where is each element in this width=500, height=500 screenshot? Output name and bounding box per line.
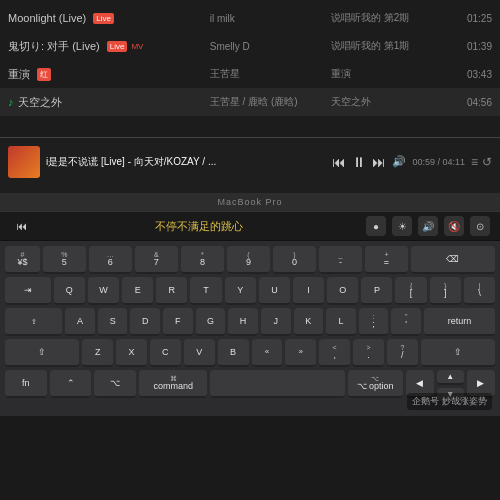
- key-c[interactable]: C: [150, 339, 181, 367]
- key-space[interactable]: [210, 370, 344, 398]
- key-8[interactable]: *8: [181, 246, 224, 274]
- key-minus[interactable]: _-: [319, 246, 362, 274]
- key-y[interactable]: Y: [225, 277, 256, 305]
- key-b[interactable]: B: [218, 339, 249, 367]
- song-album-1: 说唱听我的 第2期: [331, 11, 452, 25]
- song-artist-1: il milk: [210, 13, 331, 24]
- key-9[interactable]: (9: [227, 246, 270, 274]
- key-delete[interactable]: ⌫: [411, 246, 495, 274]
- key-k[interactable]: K: [294, 308, 324, 336]
- key-j[interactable]: J: [261, 308, 291, 336]
- key-shift-left[interactable]: ⇧: [5, 339, 79, 367]
- key-g[interactable]: G: [196, 308, 226, 336]
- key-0[interactable]: )0: [273, 246, 316, 274]
- next-button[interactable]: ⏭: [372, 154, 386, 170]
- key-fn[interactable]: fn: [5, 370, 47, 398]
- key-z[interactable]: Z: [82, 339, 113, 367]
- key-hash[interactable]: #¥$: [5, 246, 40, 274]
- song-album-2: 说唱听我的 第1期: [331, 39, 452, 53]
- mv-icon: MV: [131, 42, 143, 51]
- key-cmd-left[interactable]: ⌘ command: [139, 370, 207, 398]
- key-h[interactable]: H: [228, 308, 258, 336]
- key-u[interactable]: U: [259, 277, 290, 305]
- number-row: #¥$ %5 …6 &7 *8 (9 )0 _- += ⌫: [5, 246, 495, 274]
- extra-controls: ≡ ↺: [471, 155, 492, 169]
- now-playing-bar: i是是不说谎 [Live] - 向天对/KOZAY / ... ⏮ ⏸ ⏭ 🔊 …: [0, 137, 500, 185]
- key-l[interactable]: L: [326, 308, 356, 336]
- song-album-3: 重演: [331, 67, 452, 81]
- list-icon[interactable]: ≡: [471, 155, 478, 169]
- prev-button[interactable]: ⏮: [332, 154, 346, 170]
- now-playing-title: i是是不说谎 [Live] - 向天对/KOZAY / ...: [46, 155, 326, 169]
- key-option[interactable]: ⌥ ⌥ option: [348, 370, 403, 398]
- key-backslash[interactable]: |\: [464, 277, 495, 305]
- key-o[interactable]: O: [327, 277, 358, 305]
- key-s[interactable]: S: [98, 308, 128, 336]
- red-badge: 红: [37, 68, 51, 81]
- repeat-icon[interactable]: ↺: [482, 155, 492, 169]
- key-caps[interactable]: ⇪: [5, 308, 62, 336]
- asdf-row: ⇪ A S D F G H J K L :; "' return: [5, 308, 495, 336]
- tb-camera-icon[interactable]: ⊙: [470, 216, 490, 236]
- key-i[interactable]: I: [293, 277, 324, 305]
- key-quote[interactable]: "': [391, 308, 421, 336]
- key-5[interactable]: %5: [43, 246, 86, 274]
- key-alt-left[interactable]: ⌥: [94, 370, 136, 398]
- key-return[interactable]: return: [424, 308, 495, 336]
- song-title-3: 重演 红: [8, 67, 210, 82]
- tb-song-text: 不停不满足的跳心: [40, 219, 358, 234]
- touch-bar: ⏮ 不停不满足的跳心 ● ☀ 🔊 🔇 ⊙: [0, 211, 500, 241]
- key-t[interactable]: T: [190, 277, 221, 305]
- tb-brightness-icon[interactable]: ☀: [392, 216, 412, 236]
- song-row-3[interactable]: 重演 红 王苦星 重演 03:43: [0, 60, 500, 88]
- key-arrow-up[interactable]: ▲: [437, 370, 463, 385]
- song-row-4[interactable]: ♪ 天空之外 王苦星 / 鹿晗 (鹿晗) 天空之外 04:56: [0, 88, 500, 116]
- key-equals[interactable]: +=: [365, 246, 408, 274]
- tb-siri-icon[interactable]: ●: [366, 216, 386, 236]
- key-p[interactable]: P: [361, 277, 392, 305]
- live-badge-1: Live: [93, 13, 114, 24]
- key-semicolon[interactable]: :;: [359, 308, 389, 336]
- key-tab[interactable]: ⇥: [5, 277, 51, 305]
- key-rbracket[interactable]: }]: [430, 277, 461, 305]
- volume-icon: 🔊: [392, 155, 406, 168]
- tb-volume-icon[interactable]: 🔊: [418, 216, 438, 236]
- macbook-label: MacBook Pro: [0, 193, 500, 211]
- key-r[interactable]: R: [156, 277, 187, 305]
- song-artist-3: 王苦星: [210, 67, 331, 81]
- song-row-2[interactable]: 鬼切り: 对手 (Live) Live MV Smelly D 说唱听我的 第1…: [0, 32, 500, 60]
- key-6[interactable]: …6: [89, 246, 132, 274]
- screen: Moonlight (Live) Live il milk 说唱听我的 第2期 …: [0, 0, 500, 185]
- key-lbracket[interactable]: {[: [395, 277, 426, 305]
- watermark: 企鹅号 妙哉涨姿势: [407, 393, 492, 410]
- zxcv-row: ⇧ Z X C V B « » <, >. ?/ ⇧: [5, 339, 495, 367]
- key-w[interactable]: W: [88, 277, 119, 305]
- key-n[interactable]: «: [252, 339, 283, 367]
- key-q[interactable]: Q: [54, 277, 85, 305]
- key-d[interactable]: D: [130, 308, 160, 336]
- live-badge-2: Live: [107, 41, 128, 52]
- key-a[interactable]: A: [65, 308, 95, 336]
- key-shift-right[interactable]: ⇧: [421, 339, 495, 367]
- key-7[interactable]: &7: [135, 246, 178, 274]
- key-m[interactable]: »: [285, 339, 316, 367]
- play-pause-button[interactable]: ⏸: [352, 154, 366, 170]
- key-x[interactable]: X: [116, 339, 147, 367]
- song-row-1[interactable]: Moonlight (Live) Live il milk 说唱听我的 第2期 …: [0, 4, 500, 32]
- song-duration-4: 04:56: [452, 97, 492, 108]
- keyboard: #¥$ %5 …6 &7 *8 (9 )0 _- += ⌫ ⇥ Q W E R …: [0, 241, 500, 416]
- song-album-4: 天空之外: [331, 95, 452, 109]
- key-v[interactable]: V: [184, 339, 215, 367]
- song-artist-2: Smelly D: [210, 41, 331, 52]
- now-playing-info: i是是不说谎 [Live] - 向天对/KOZAY / ...: [46, 155, 326, 169]
- key-e[interactable]: E: [122, 277, 153, 305]
- key-comma[interactable]: <,: [319, 339, 350, 367]
- key-f[interactable]: F: [163, 308, 193, 336]
- qwerty-row: ⇥ Q W E R T Y U I O P {[ }] |\: [5, 277, 495, 305]
- tb-prev-button[interactable]: ⏮: [10, 216, 32, 236]
- key-slash[interactable]: ?/: [387, 339, 418, 367]
- tb-mute-icon[interactable]: 🔇: [444, 216, 464, 236]
- album-art: [8, 146, 40, 178]
- key-ctrl[interactable]: ⌃: [50, 370, 92, 398]
- key-period[interactable]: >.: [353, 339, 384, 367]
